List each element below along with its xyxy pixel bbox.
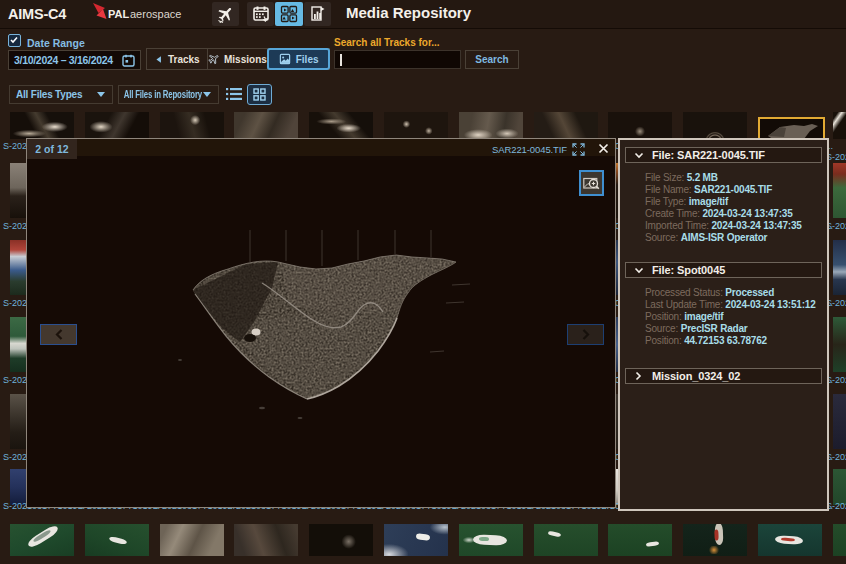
svg-text:PAL: PAL [108,8,129,20]
svg-text:aerospace: aerospace [130,8,181,20]
